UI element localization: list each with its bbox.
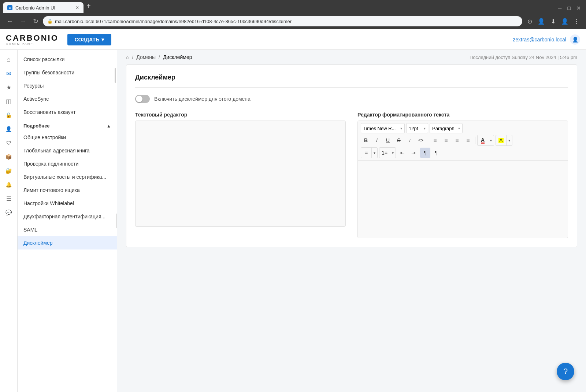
ol-btn-group: 1≡ ▾	[379, 147, 396, 158]
align-right-button[interactable]: ≡	[452, 135, 462, 145]
sidebar-icon-package[interactable]: 📦	[2, 150, 15, 163]
text-editor-block: Текстовый редактор	[135, 112, 346, 238]
plain-text-editor[interactable]	[135, 121, 346, 227]
sidebar-toggle-button[interactable]: ›	[116, 214, 117, 228]
sidebar-item-2fa[interactable]: Двухфакторная аутентификация...	[18, 210, 117, 223]
sidebar-item-saml[interactable]: SAML	[18, 223, 117, 236]
create-button[interactable]: СОЗДАТЬ ▾	[67, 34, 111, 45]
content-area: ⌂ / Домены / Дисклеймер Последний доступ…	[117, 50, 586, 392]
help-fab[interactable]: ?	[557, 363, 574, 380]
font-size-select[interactable]: 12pt ▾	[406, 123, 428, 133]
sidebar-item-disclaimer[interactable]: Дисклеймер	[18, 236, 117, 249]
maximize-icon[interactable]: □	[565, 4, 573, 12]
logo: CARBONIO ADMIN PANEL	[6, 33, 59, 46]
breadcrumb-domains-link[interactable]: Домены	[136, 54, 156, 60]
sidebar-icon-shield[interactable]: 🛡	[2, 136, 15, 149]
ul-button[interactable]: ≡	[361, 148, 371, 158]
browser-tab-bar: C Carbonio Admin UI ✕ + ─ □ ✕	[0, 0, 586, 13]
last-access-text: Последний доступ Sunday 24 Nov 2024 | 5:…	[470, 55, 577, 60]
sidebar-item-virtual-hosts[interactable]: Виртуальные хосты и сертифика...	[18, 170, 117, 184]
sidebar-item-resources[interactable]: Ресурсы	[18, 79, 117, 92]
ext-icon-1[interactable]: ⊙	[524, 16, 535, 26]
sidebar-icon-star[interactable]: ★	[2, 81, 15, 94]
font-color-button[interactable]: A	[478, 135, 488, 145]
sidebar-icon-list[interactable]: ☰	[2, 192, 15, 205]
sidebar-item-activesync[interactable]: ActiveSync	[18, 92, 117, 106]
rtl-button[interactable]: ¶	[431, 148, 441, 158]
sidebar-item-security-groups[interactable]: Группы безопасности	[18, 66, 117, 79]
new-tab-button[interactable]: +	[84, 2, 94, 10]
sidebar-item-mailing-list[interactable]: Список рассылки	[18, 53, 117, 66]
italic-button[interactable]: I	[372, 135, 382, 145]
ext-icon-2[interactable]: 👤	[536, 16, 546, 26]
font-family-chevron: ▾	[400, 126, 402, 130]
italic-alt-button[interactable]: I	[405, 135, 415, 145]
underline-button[interactable]: U	[383, 135, 393, 145]
browser-tab[interactable]: C Carbonio Admin UI ✕	[3, 2, 84, 13]
strikethrough-button[interactable]: S	[394, 135, 404, 145]
sidebar-icon-home[interactable]: ⌂	[2, 53, 15, 66]
address-bar[interactable]: 🔒 mail.carbonio.local:6071/carbonioAdmin…	[43, 16, 522, 26]
sidebar-icon-user[interactable]: 👤	[2, 122, 15, 136]
sidebar-item-global-address[interactable]: Глобальная адресная книга	[18, 144, 117, 157]
ext-icon-3[interactable]: ⬇	[548, 16, 558, 26]
outdent-button[interactable]: ⇤	[397, 148, 408, 158]
sidebar-icon-inbox[interactable]: ◫	[2, 95, 15, 108]
toolbar-row-2: B I U S I <> ≡ ≡	[361, 135, 565, 146]
scrollbar-thumb	[115, 68, 116, 83]
icon-sidebar: ⌂ ✉ ★ ◫ 🔒 👤 🛡 📦 🔐 🔔 ☰ 💬	[0, 50, 18, 392]
sidebar-icon-email[interactable]: ✉	[2, 67, 15, 80]
breadcrumb-home-icon[interactable]: ⌂	[126, 54, 129, 60]
sidebar-item-restore[interactable]: Восстановить аккаунт	[18, 106, 117, 119]
toggle-label-text: Включить дисклеймер для этого домена	[154, 96, 251, 102]
ol-button[interactable]: 1≡	[379, 148, 390, 158]
lock-icon: 🔒	[47, 19, 53, 24]
sidebar-icon-lock[interactable]: 🔒	[2, 108, 15, 122]
rich-editor-body[interactable]	[358, 161, 568, 238]
ol-chevron-button[interactable]: ▾	[390, 148, 396, 158]
page-title: Дисклеймер	[135, 74, 568, 88]
font-color-chevron-button[interactable]: ▾	[488, 135, 494, 145]
rich-editor-label: Редактор форматированного текста	[357, 112, 568, 118]
disclaimer-toggle[interactable]	[135, 95, 150, 103]
close-window-icon[interactable]: ✕	[574, 4, 583, 12]
ext-icon-4[interactable]: 👤	[560, 16, 570, 26]
sidebar-icon-chat[interactable]: 💬	[2, 206, 15, 219]
align-center-button[interactable]: ≡	[441, 135, 451, 145]
topbar-right: zextras@carbonio.local 👤	[513, 34, 580, 45]
highlight-button[interactable]: A	[496, 135, 506, 145]
main-layout: ⌂ ✉ ★ ◫ 🔒 👤 🛡 📦 🔐 🔔 ☰ 💬 Список рассылки …	[0, 50, 586, 392]
sidebar-icon-seclock[interactable]: 🔐	[2, 164, 15, 177]
paragraph-select[interactable]: Paragraph ▾	[430, 123, 463, 133]
refresh-button[interactable]: ↻	[31, 16, 41, 26]
ltr-button[interactable]: ¶	[420, 148, 430, 158]
sidebar-item-auth[interactable]: Проверка подлинности	[18, 157, 117, 170]
browser-extension-icons: ⊙ 👤 ⬇ 👤 ⋮	[524, 16, 582, 26]
indent-button[interactable]: ⇥	[408, 148, 419, 158]
sidebar-item-whitelabel[interactable]: Настройки Whitelabel	[18, 197, 117, 210]
code-button[interactable]: <>	[416, 135, 426, 145]
app-container: CARBONIO ADMIN PANEL СОЗДАТЬ ▾ zextras@c…	[0, 29, 586, 392]
sidebar-icon-bell[interactable]: 🔔	[2, 178, 15, 191]
justify-button[interactable]: ≡	[463, 135, 473, 145]
sidebar-item-general[interactable]: Общие настройки	[18, 131, 117, 144]
url-text[interactable]: mail.carbonio.local:6071/carbonioAdmin/m…	[55, 19, 292, 24]
user-avatar[interactable]: 👤	[570, 34, 580, 45]
nav-section-more[interactable]: Подробнее ▲	[18, 119, 117, 131]
ul-chevron-button[interactable]: ▾	[371, 148, 377, 158]
bold-button[interactable]: B	[361, 135, 371, 145]
align-left-button[interactable]: ≡	[430, 135, 440, 145]
sidebar-item-mailbox-limit[interactable]: Лимит почтового ящика	[18, 184, 117, 197]
forward-button[interactable]: →	[18, 17, 29, 26]
nav-sidebar: Список рассылки Группы безопасности Ресу…	[18, 50, 117, 392]
text-editor-label: Текстовый редактор	[135, 112, 346, 118]
paragraph-chevron: ▾	[458, 126, 460, 130]
highlight-chevron-button[interactable]: ▾	[506, 135, 512, 145]
back-button[interactable]: ←	[4, 17, 15, 26]
minimize-icon[interactable]: ─	[556, 4, 564, 12]
font-family-select[interactable]: Times New R... ▾	[361, 123, 405, 133]
topbar: CARBONIO ADMIN PANEL СОЗДАТЬ ▾ zextras@c…	[0, 29, 586, 50]
menu-icon[interactable]: ⋮	[571, 16, 582, 26]
close-tab-icon[interactable]: ✕	[75, 5, 79, 10]
logo-text: CARBONIO	[6, 33, 59, 43]
